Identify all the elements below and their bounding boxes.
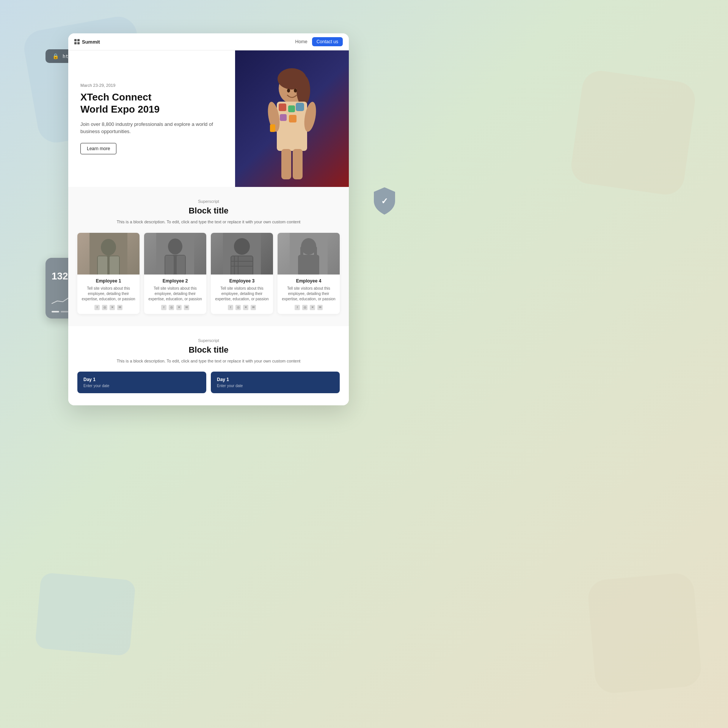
svg-rect-14 — [281, 149, 291, 179]
day-label-2: Day 1 — [217, 377, 334, 382]
svg-rect-8 — [288, 105, 295, 112]
bg-shape-4 — [587, 572, 702, 694]
svg-rect-10 — [280, 114, 287, 121]
svg-point-17 — [287, 89, 290, 93]
day-date-hint-1: Enter your date — [83, 384, 200, 388]
team-section: Superscript Block title This is a block … — [68, 187, 349, 326]
svg-rect-28 — [177, 256, 185, 275]
email-icon-2[interactable]: ✉ — [184, 305, 189, 310]
email-icon-3[interactable]: ✉ — [251, 305, 256, 310]
team-name-2: Employee 2 — [147, 278, 203, 284]
hero-description: Join over 8,800 industry professionals a… — [80, 121, 223, 135]
hero-date: March 23-29, 2019 — [80, 83, 223, 88]
team-section-title: Block title — [77, 206, 340, 216]
team-social-4: f ◎ ✕ ✉ — [281, 305, 337, 310]
team-bio-3: Tell site visitors about this employee, … — [214, 286, 270, 302]
twitter-icon-1[interactable]: ✕ — [110, 305, 115, 310]
shield-badge: ✓ — [371, 186, 398, 216]
brand-icon — [74, 39, 80, 44]
svg-rect-22 — [98, 256, 107, 275]
team-superscript: Superscript — [77, 199, 340, 204]
team-info-4: Employee 4 Tell site visitors about this… — [278, 275, 340, 314]
svg-rect-15 — [293, 149, 303, 179]
team-card-2: Employee 2 Tell site visitors about this… — [144, 233, 206, 314]
svg-point-30 — [234, 238, 250, 255]
team-name-4: Employee 4 — [281, 278, 337, 284]
team-social-1: f ◎ ✕ ✉ — [80, 305, 136, 310]
team-card-4: Employee 4 Tell site visitors about this… — [278, 233, 340, 314]
team-social-2: f ◎ ✕ ✉ — [147, 305, 203, 310]
svg-rect-41 — [298, 255, 319, 275]
instagram-icon-3[interactable]: ◎ — [235, 305, 241, 310]
email-icon-4[interactable]: ✉ — [317, 305, 323, 310]
svg-point-5 — [297, 75, 310, 105]
hero-title: XTech Connect World Expo 2019 — [80, 91, 223, 115]
browser-nav: Summit Home Contact us — [68, 33, 349, 50]
hero-image — [235, 50, 349, 187]
speaker-svg — [254, 58, 330, 187]
second-superscript: Superscript — [77, 338, 340, 343]
team-photo-1 — [77, 233, 140, 275]
team-info-2: Employee 2 Tell site visitors about this… — [144, 275, 206, 314]
instagram-icon-4[interactable]: ◎ — [302, 305, 308, 310]
team-photo-4 — [278, 233, 340, 275]
svg-rect-23 — [110, 256, 119, 275]
svg-rect-7 — [279, 104, 286, 111]
svg-rect-11 — [289, 115, 297, 122]
hero-title-line1: XTech Connect — [80, 91, 151, 103]
twitter-icon-2[interactable]: ✕ — [176, 305, 182, 310]
lock-icon: 🔒 — [52, 53, 59, 59]
team-info-3: Employee 3 Tell site visitors about this… — [211, 275, 273, 314]
hero-content: March 23-29, 2019 XTech Connect World Ex… — [68, 50, 235, 187]
svg-rect-16 — [270, 124, 275, 132]
svg-rect-27 — [165, 256, 174, 275]
stats-dot-1 — [52, 311, 59, 312]
nav-home-link[interactable]: Home — [295, 39, 308, 44]
hero-section: March 23-29, 2019 XTech Connect World Ex… — [68, 50, 349, 187]
team-section-desc: This is a block description. To edit, cl… — [77, 219, 340, 225]
facebook-icon-4[interactable]: f — [295, 305, 300, 310]
team-bio-4: Tell site visitors about this employee, … — [281, 286, 337, 302]
bg-shape-2 — [35, 572, 136, 656]
team-name-3: Employee 3 — [214, 278, 270, 284]
second-section-desc: This is a block description. To edit, cl… — [77, 358, 340, 364]
browser-window: Summit Home Contact us March 23-29, 2019… — [68, 33, 349, 405]
hero-cta-button[interactable]: Learn more — [80, 143, 116, 154]
twitter-icon-4[interactable]: ✕ — [310, 305, 315, 310]
team-photo-2 — [144, 233, 206, 275]
instagram-icon-2[interactable]: ◎ — [169, 305, 174, 310]
hero-image-placeholder — [235, 50, 349, 187]
brand-name: Summit — [82, 39, 100, 45]
svg-point-25 — [168, 238, 182, 254]
day-card-1: Day 1 Enter your date — [77, 372, 206, 393]
team-bio-2: Tell site visitors about this employee, … — [147, 286, 203, 302]
bg-shape-3 — [569, 69, 698, 197]
email-icon-1[interactable]: ✉ — [117, 305, 122, 310]
facebook-icon-2[interactable]: f — [161, 305, 166, 310]
instagram-icon-1[interactable]: ◎ — [102, 305, 107, 310]
team-bio-1: Tell site visitors about this employee, … — [80, 286, 136, 302]
stats-dot-2 — [61, 311, 68, 312]
day-cards: Day 1 Enter your date Day 1 Enter your d… — [77, 372, 340, 393]
twitter-icon-3[interactable]: ✕ — [243, 305, 248, 310]
team-info-1: Employee 1 Tell site visitors about this… — [77, 275, 140, 314]
facebook-icon-1[interactable]: f — [94, 305, 100, 310]
team-name-1: Employee 1 — [80, 278, 136, 284]
site-brand: Summit — [74, 39, 100, 45]
svg-point-18 — [294, 89, 297, 93]
day-date-hint-2: Enter your date — [217, 384, 334, 388]
nav-contact-button[interactable]: Contact us — [312, 37, 343, 46]
svg-text:✓: ✓ — [381, 196, 388, 206]
second-section-title: Block title — [77, 345, 340, 355]
team-card-1: Employee 1 Tell site visitors about this… — [77, 233, 140, 314]
second-section: Superscript Block title This is a block … — [68, 326, 349, 406]
day-label-1: Day 1 — [83, 377, 200, 382]
hero-title-line2: World Expo 2019 — [80, 104, 160, 115]
nav-links: Home Contact us — [295, 37, 343, 46]
team-photo-3 — [211, 233, 273, 275]
svg-rect-9 — [296, 103, 304, 111]
team-grid: Employee 1 Tell site visitors about this… — [77, 233, 340, 314]
day-card-2: Day 1 Enter your date — [211, 372, 340, 393]
team-social-3: f ◎ ✕ ✉ — [214, 305, 270, 310]
facebook-icon-3[interactable]: f — [228, 305, 233, 310]
